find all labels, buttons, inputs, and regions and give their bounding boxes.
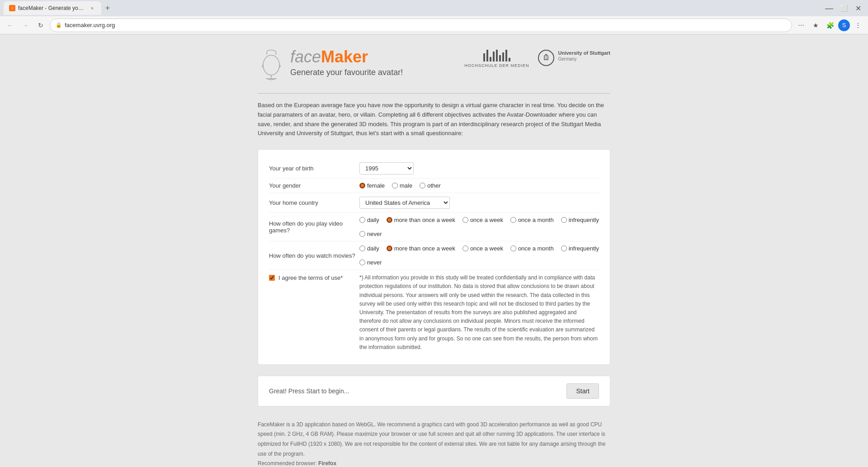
mov-never-radio[interactable]	[359, 259, 365, 265]
window-restore[interactable]: ⬜	[837, 2, 850, 14]
browser-tab[interactable]: f faceMaker - Generate your favo... ×	[4, 1, 101, 15]
start-button[interactable]: Start	[566, 383, 599, 399]
gender-male-label: male	[400, 182, 412, 189]
vg-once-week-label: once a week	[470, 217, 503, 223]
logo-maker-text: Maker	[321, 47, 368, 66]
mov-infrequently-radio[interactable]	[561, 245, 567, 251]
browser-chrome: f faceMaker - Generate your favo... × + …	[0, 0, 868, 34]
hdm-logo: HOCHSCHULE DER MEDIEN	[464, 48, 529, 68]
vg-more-than-once-week-option[interactable]: more than once a week	[387, 217, 455, 223]
gender-male-option[interactable]: male	[392, 182, 412, 189]
vg-once-month-radio[interactable]	[510, 217, 516, 223]
gender-male-radio[interactable]	[392, 183, 398, 189]
uni-country-text: Germany	[558, 57, 610, 61]
forward-button[interactable]: →	[19, 19, 32, 32]
gender-other-label: other	[427, 182, 441, 189]
footer-recommended-browser: Recommended browser: Firefox	[258, 459, 610, 467]
tab-title: faceMaker - Generate your favo...	[18, 5, 86, 11]
face-outline-icon	[258, 48, 285, 84]
bookmark-icon[interactable]: ★	[809, 19, 822, 32]
vg-more-than-once-week-radio[interactable]	[387, 217, 392, 223]
bottom-message-text: Great! Press Start to begin...	[269, 387, 349, 395]
vg-infrequently-radio[interactable]	[561, 217, 567, 223]
year-of-birth-select[interactable]: 1995 1990 1985 1980 2000 2005	[359, 162, 414, 175]
uni-name-text: University of Stuttgart	[558, 50, 610, 57]
main-container: faceMaker Generate your favourite avatar…	[249, 48, 619, 467]
mov-never-label: never	[367, 259, 382, 266]
menu-icon[interactable]: ⋮	[852, 19, 864, 32]
vg-daily-radio[interactable]	[359, 217, 365, 223]
mov-infrequently-label: infrequently	[569, 245, 599, 252]
back-button[interactable]: ←	[4, 19, 16, 32]
mov-more-than-once-week-option[interactable]: more than once a week	[387, 245, 455, 252]
mov-daily-option[interactable]: daily	[359, 245, 379, 252]
terms-row: I agree the terms of use* *) All informa…	[269, 270, 599, 355]
partner-logos: HOCHSCHULE DER MEDIEN University of Stut…	[464, 48, 610, 68]
terms-label-section: I agree the terms of use*	[269, 274, 359, 281]
hdm-bar-7	[502, 52, 504, 61]
hdm-bars	[483, 48, 510, 61]
refresh-button[interactable]: ↻	[34, 19, 47, 32]
nav-right-icons: ⋯ ★ 🧩 S ⋮	[795, 19, 864, 32]
country-select[interactable]: United States of America Germany United …	[359, 197, 450, 209]
mov-more-than-once-week-label: more than once a week	[394, 245, 455, 252]
profile-icon[interactable]: S	[838, 19, 850, 31]
terms-text-content: *) All information you provide in this s…	[359, 274, 599, 352]
mov-never-option[interactable]: never	[359, 259, 382, 266]
mov-once-month-radio[interactable]	[510, 245, 516, 251]
logo-section: faceMaker Generate your favourite avatar…	[258, 48, 403, 84]
gender-female-radio[interactable]	[359, 183, 365, 189]
gender-other-option[interactable]: other	[420, 182, 441, 189]
year-of-birth-row: Your year of birth 1995 1990 1985 1980 2…	[269, 159, 599, 179]
hdm-bar-8	[505, 50, 507, 61]
mov-once-week-radio[interactable]	[462, 245, 468, 251]
mov-once-week-label: once a week	[470, 245, 503, 252]
header-divider	[258, 93, 610, 94]
gender-row: Your gender female male other	[269, 179, 599, 193]
footer-description: FaceMaker is a 3D application based on W…	[258, 420, 610, 459]
logo-title: faceMaker	[290, 48, 403, 66]
terms-checkbox[interactable]	[269, 275, 275, 281]
gender-other-radio[interactable]	[420, 183, 425, 189]
new-tab-button[interactable]: +	[101, 2, 114, 14]
mov-once-month-option[interactable]: once a month	[510, 245, 554, 252]
vg-once-week-radio[interactable]	[462, 217, 468, 223]
mov-more-than-once-week-radio[interactable]	[387, 245, 392, 251]
window-close[interactable]: ✕	[852, 2, 864, 14]
page-content: faceMaker Generate your favourite avatar…	[0, 34, 868, 467]
video-games-row: How often do you play video games? daily…	[269, 213, 599, 241]
mov-infrequently-option[interactable]: infrequently	[561, 245, 599, 252]
bottom-bar: Great! Press Start to begin... Start	[258, 376, 610, 406]
vg-daily-option[interactable]: daily	[359, 217, 379, 223]
movies-control: daily more than once a week once a week …	[359, 245, 599, 266]
hdm-bar-1	[483, 53, 485, 61]
uni-name-section: University of Stuttgart Germany	[558, 50, 610, 61]
hdm-name-text: HOCHSCHULE DER MEDIEN	[464, 63, 529, 68]
mov-once-week-option[interactable]: once a week	[462, 245, 503, 252]
mov-daily-label: daily	[367, 245, 379, 252]
vg-once-month-option[interactable]: once a month	[510, 217, 554, 223]
lock-icon: 🔒	[56, 22, 62, 28]
extensions-icon[interactable]: ⋯	[795, 19, 807, 32]
window-minimize[interactable]: —	[823, 2, 835, 14]
browser-titlebar: f faceMaker - Generate your favo... × + …	[0, 0, 868, 16]
tab-close-button[interactable]: ×	[89, 5, 96, 12]
hdm-bar-6	[499, 55, 501, 61]
page-footer: FaceMaker is a 3D application based on W…	[258, 420, 610, 467]
country-control: United States of America Germany United …	[359, 197, 599, 209]
movies-row: How often do you watch movies? daily mor…	[269, 241, 599, 270]
vg-infrequently-option[interactable]: infrequently	[561, 217, 599, 223]
vg-once-week-option[interactable]: once a week	[462, 217, 503, 223]
puzzle-icon[interactable]: 🧩	[824, 19, 836, 32]
vg-never-radio[interactable]	[359, 231, 365, 237]
gender-female-option[interactable]: female	[359, 182, 385, 189]
vg-never-label: never	[367, 231, 382, 237]
vg-more-than-once-week-label: more than once a week	[394, 217, 455, 223]
vg-daily-label: daily	[367, 217, 379, 223]
uni-logo-emblem	[538, 50, 554, 66]
year-of-birth-label: Your year of birth	[269, 165, 359, 172]
mov-daily-radio[interactable]	[359, 245, 365, 251]
browser-navbar: ← → ↻ 🔒 facemaker.uvrg.org ⋯ ★ 🧩 S ⋮	[0, 16, 868, 34]
vg-never-option[interactable]: never	[359, 231, 382, 237]
address-bar[interactable]: 🔒 facemaker.uvrg.org	[50, 19, 792, 32]
